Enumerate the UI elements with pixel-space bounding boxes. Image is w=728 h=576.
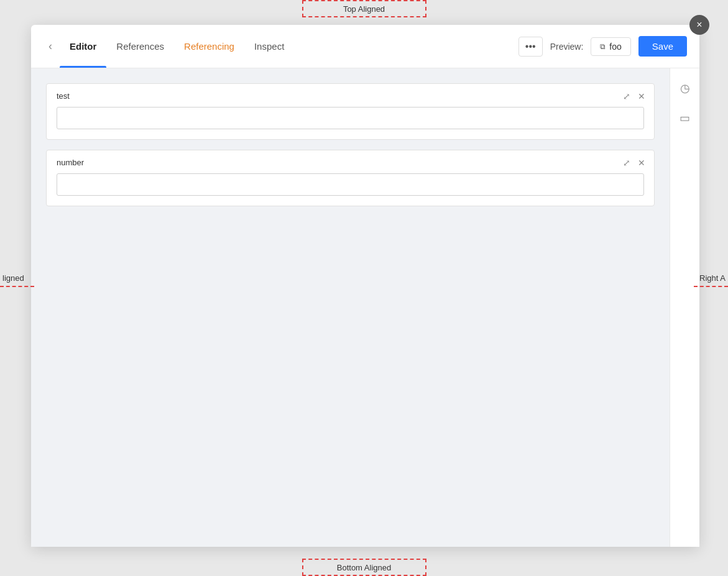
editor-modal: × ‹ Editor References Referencing Inspec… <box>31 25 699 547</box>
expand-icon-number: ⤢ <box>623 158 630 168</box>
more-icon: ••• <box>525 41 536 52</box>
preview-label: Preview: <box>550 42 584 52</box>
tab-editor[interactable]: Editor <box>60 25 106 68</box>
editor-content: test ⤢ ✕ number ⤢ <box>31 68 670 547</box>
tab-references-label: References <box>116 41 164 52</box>
right-aligned-label: Right A <box>697 273 728 283</box>
field-label-test: test <box>57 91 644 101</box>
left-aligned-label: ligned <box>0 273 27 283</box>
modal-body: test ⤢ ✕ number ⤢ <box>31 68 699 547</box>
clock-icon[interactable]: ◷ <box>675 78 695 98</box>
header-actions: ••• Preview: ⧉ foo Save <box>518 36 687 57</box>
back-icon: ‹ <box>48 40 52 52</box>
remove-button-number[interactable]: ✕ <box>635 157 648 169</box>
tab-editor-label: Editor <box>70 41 96 52</box>
top-aligned-label: Top Aligned <box>343 4 385 14</box>
bottom-aligned-overlay: Bottom Aligned <box>302 559 426 576</box>
left-dashed-line <box>0 286 34 287</box>
right-sidebar: ◷ ▭ <box>670 68 699 547</box>
expand-button-number[interactable]: ⤢ <box>620 157 633 169</box>
preview-link-text: foo <box>609 42 621 52</box>
field-actions-test: ⤢ ✕ <box>620 90 648 103</box>
preview-button[interactable]: ⧉ foo <box>591 37 630 56</box>
tab-references[interactable]: References <box>106 25 174 68</box>
save-button[interactable]: Save <box>638 36 687 57</box>
field-card-test: test ⤢ ✕ <box>46 83 655 140</box>
close-button[interactable]: × <box>689 15 709 35</box>
close-icon-test: ✕ <box>638 91 645 101</box>
tab-inspect-label: Inspect <box>254 41 284 52</box>
number-input[interactable] <box>57 173 644 196</box>
field-actions-number: ⤢ ✕ <box>620 157 648 169</box>
bottom-aligned-label: Bottom Aligned <box>337 563 391 572</box>
more-options-button[interactable]: ••• <box>518 37 543 57</box>
remove-button-test[interactable]: ✕ <box>635 90 648 103</box>
modal-header: ‹ Editor References Referencing Inspect … <box>31 25 699 68</box>
tab-inspect[interactable]: Inspect <box>244 25 294 68</box>
tab-referencing[interactable]: Referencing <box>174 25 244 68</box>
right-dashed-line <box>694 286 728 287</box>
top-aligned-overlay: Top Aligned <box>302 0 426 17</box>
field-card-number: number ⤢ ✕ <box>46 150 655 206</box>
back-button[interactable]: ‹ <box>44 37 57 55</box>
save-label: Save <box>652 41 673 52</box>
tab-bar: Editor References Referencing Inspect <box>60 25 294 68</box>
expand-button-test[interactable]: ⤢ <box>620 90 633 103</box>
external-link-icon: ⧉ <box>600 42 606 51</box>
expand-icon-test: ⤢ <box>623 91 630 101</box>
tab-referencing-label: Referencing <box>184 41 234 52</box>
test-input[interactable] <box>57 107 644 129</box>
close-icon-number: ✕ <box>638 158 645 168</box>
field-label-number: number <box>57 158 644 167</box>
close-icon: × <box>696 19 702 30</box>
comment-icon[interactable]: ▭ <box>675 108 695 128</box>
